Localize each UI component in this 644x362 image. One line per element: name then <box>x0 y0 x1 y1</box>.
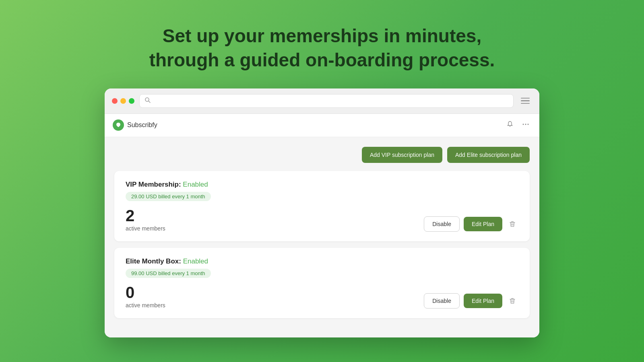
address-bar[interactable] <box>139 94 514 108</box>
svg-line-1 <box>149 101 150 103</box>
maximize-button[interactable] <box>129 98 134 104</box>
elite-plan-header: Elite Montly Box: Enabled 99.00 USD bill… <box>126 257 518 278</box>
browser-content: Add VIP subscription plan Add Elite subs… <box>105 137 539 337</box>
vip-billing-badge: 29.00 USD billed every 1 month <box>126 192 211 201</box>
vip-plan-header: VIP Membership: Enabled 29.00 USD billed… <box>126 181 518 201</box>
search-icon <box>144 97 151 105</box>
vip-member-label: active members <box>126 225 165 232</box>
vip-plan-card: VIP Membership: Enabled 29.00 USD billed… <box>114 171 530 241</box>
elite-delete-button[interactable] <box>506 295 518 307</box>
browser-window: Subscribfy Add VIP subscription plan <box>105 88 539 337</box>
vip-plan-status: Enabled <box>183 181 208 188</box>
browser-chrome <box>105 88 539 114</box>
elite-plan-name: Elite Montly Box: <box>126 257 181 265</box>
nav-brand: Subscribfy <box>113 119 157 131</box>
add-elite-button[interactable]: Add Elite subscription plan <box>447 147 530 163</box>
vip-member-count: 2 <box>126 208 165 224</box>
notifications-button[interactable] <box>505 119 515 132</box>
svg-point-4 <box>528 123 529 125</box>
hero-title-line1: Set up your memerships in minutes, <box>149 24 495 48</box>
hero-title-line2: through a guided on-boarding process. <box>149 48 495 72</box>
brand-logo <box>113 119 124 131</box>
action-bar: Add VIP subscription plan Add Elite subs… <box>114 147 530 163</box>
svg-point-3 <box>525 123 526 125</box>
elite-disable-button[interactable]: Disable <box>424 293 460 309</box>
vip-delete-button[interactable] <box>506 218 518 230</box>
vip-plan-footer: 2 active members Disable Edit Plan <box>126 208 518 232</box>
minimize-button[interactable] <box>120 98 126 104</box>
elite-plan-title: Elite Montly Box: Enabled <box>126 257 518 265</box>
elite-edit-button[interactable]: Edit Plan <box>464 294 502 308</box>
elite-plan-status: Enabled <box>183 257 208 265</box>
elite-plan-footer: 0 active members Disable Edit Plan <box>126 284 518 309</box>
brand-name: Subscribfy <box>127 121 157 129</box>
hero-section: Set up your memerships in minutes, throu… <box>149 24 495 72</box>
close-button[interactable] <box>112 98 118 104</box>
add-vip-button[interactable]: Add VIP subscription plan <box>362 147 442 163</box>
svg-point-2 <box>523 123 524 125</box>
vip-plan-actions: Disable Edit Plan <box>424 216 518 232</box>
vip-edit-button[interactable]: Edit Plan <box>464 217 502 231</box>
vip-disable-button[interactable]: Disable <box>424 216 460 232</box>
browser-nav: Subscribfy <box>105 114 539 137</box>
traffic-lights <box>112 98 134 104</box>
elite-plan-card: Elite Montly Box: Enabled 99.00 USD bill… <box>114 248 530 318</box>
elite-plan-actions: Disable Edit Plan <box>424 293 518 309</box>
menu-icon[interactable] <box>518 95 532 107</box>
more-options-button[interactable] <box>520 119 531 132</box>
vip-plan-name: VIP Membership: <box>126 181 181 188</box>
elite-members-info: 0 active members <box>126 284 165 309</box>
vip-plan-title: VIP Membership: Enabled <box>126 181 518 189</box>
nav-actions <box>505 119 531 132</box>
elite-member-count: 0 <box>126 284 165 300</box>
elite-billing-badge: 99.00 USD billed every 1 month <box>126 269 211 278</box>
elite-member-label: active members <box>126 302 165 309</box>
vip-members-info: 2 active members <box>126 208 165 232</box>
